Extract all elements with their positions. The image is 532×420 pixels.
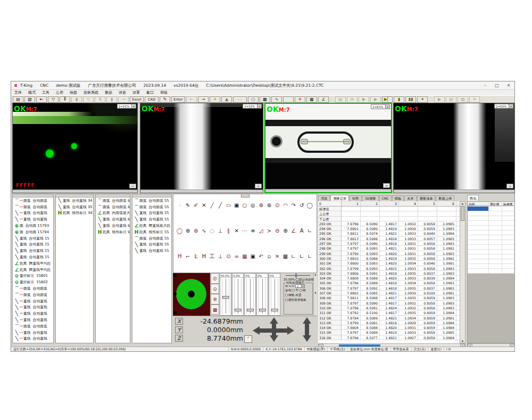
toolbar-light-icon[interactable]: ☀ [210,96,220,103]
tool-icon[interactable]: 工 [208,253,216,260]
zoom-slider[interactable] [286,275,310,276]
table-row[interactable]: 301 OK7.88008.50831.48201.09340.80401.09… [318,261,460,266]
camera-view-1[interactable]: FFFFF OKM:71=21%▾⇔ [12,103,138,193]
list-item[interactable] [468,250,514,254]
menu-item[interactable]: 帮助 [157,90,171,95]
feature-item[interactable]: ⌒***圆弧自动圆弧 [13,197,53,204]
jog-left-icon[interactable] [253,326,260,335]
results-vscrollbar[interactable]: ▲▼ [460,201,466,343]
toolbar-curve-icon[interactable]: ∿ [271,96,282,103]
list-item[interactable] [468,254,514,259]
feature-item[interactable]: ╲直线自动直线 15 [13,242,53,248]
tool-icon[interactable]: ⊙ [225,253,232,260]
close-button[interactable]: × [503,81,514,89]
jog-z-arrows[interactable] [303,317,311,342]
jog-z-down-icon[interactable] [303,335,311,342]
tool-icon[interactable]: · [176,202,184,209]
feature-item[interactable]: H距离线性标注 66 [96,229,130,235]
tool-icon[interactable]: ⊥ [216,227,224,235]
tool-icon[interactable]: ◯ [306,202,314,209]
tool-icon[interactable]: ∥ [225,227,232,235]
table-row[interactable]: 303 OK7.88068.50911.48181.09350.80371.09… [318,271,460,276]
splitter-button[interactable] [241,194,250,197]
table-row[interactable]: 313 OK7.87998.50811.48181.09280.80591.09… [318,320,460,325]
toolbar-matrix-code-icon[interactable]: ▦ [306,96,317,103]
table-row[interactable]: 305 OK7.87968.50891.48181.09340.80581.09… [318,281,460,285]
feature-item[interactable]: ⊖直径标注15801 [13,273,53,279]
table-row[interactable]: 307 OK7.88028.50851.48211.09300.81001.09… [318,291,460,295]
camera-scrollbar[interactable] [265,189,391,192]
tolerance-row[interactable]: 标准值 [318,207,460,211]
slider-thumb[interactable] [271,309,278,311]
tool-icon[interactable]: ▦ [240,253,248,260]
light-mode-icon[interactable]: ⊙ [211,284,219,294]
feature-item[interactable]: ∠距离两直线平均距 [13,267,53,273]
menu-item[interactable]: 坐标系统 [80,90,102,95]
tab-测量清单[interactable]: 测量清单 [417,195,436,201]
camera-scrollbar[interactable] [140,190,263,193]
feature-item[interactable]: ╲***直线自动直线 [13,330,53,336]
tool-icon[interactable]: ◠ [281,202,289,209]
maximize-button[interactable]: □ [491,81,503,89]
tool-icon[interactable]: ⋯ [240,227,248,235]
light-slider[interactable]: 0.0% [232,273,244,316]
list-item[interactable] [468,235,514,240]
table-row[interactable]: 311 OK7.87928.51001.48171.09350.80581.09… [318,310,460,315]
camera-zoom-select[interactable]: 1=50%▾ [494,104,513,109]
list-item[interactable] [468,269,514,274]
list-item[interactable] [468,211,514,216]
tool-icon[interactable]: ⌐ [184,253,192,260]
tab-模板[interactable]: 模板 [392,195,404,201]
feature-item[interactable]: ╲直线自动直线 15 [13,235,53,242]
light-slider[interactable]: 0% [269,273,280,316]
list-item[interactable] [468,226,514,230]
tool-icon[interactable]: ▦ [281,253,289,260]
tool-icon[interactable]: ▣ [249,253,257,260]
feature-item[interactable]: ∠距离内圆弧最大距 [96,210,130,217]
tool-icon[interactable]: ↶ [257,253,265,260]
toolbar-chart-icon[interactable]: ∠ [318,96,329,103]
toolbar-blank-icon[interactable] [283,96,294,103]
tool-icon[interactable]: ∞ [232,253,240,260]
tool-icon[interactable]: ▫ [265,253,273,260]
list-item[interactable] [468,221,514,226]
menu-item[interactable]: 窗口 [143,90,157,95]
list-item[interactable] [468,264,514,269]
menu-item[interactable]: 文件 [11,90,25,95]
feature-item[interactable]: ╲***直线自动直线 [13,298,53,304]
focus-level-radio[interactable] [285,289,288,292]
feature-item[interactable]: ⌒***圆弧自动圆弧 [13,323,53,330]
toolbar-pause-icon[interactable]: ▮▮ [405,96,416,103]
light-mode-icon[interactable]: ◎ [211,273,219,284]
light-slider[interactable]: 0% [244,273,256,316]
tool-icon[interactable]: ⊕ [257,202,265,209]
tolerance-row[interactable]: 上公差 [318,211,460,216]
toolbar-stage-move-icon[interactable]: ⇤ [36,96,47,103]
tool-icon[interactable]: ⊛ [265,202,273,209]
light-slider[interactable]: 40.0% [220,273,231,316]
tool-icon[interactable]: ╱ [208,202,216,209]
camera-zoom-select[interactable]: 1=32%▾ [243,104,262,109]
tool-icon[interactable]: ⊖ [273,227,281,235]
tab-elements[interactable]: 图元 [467,195,479,201]
tool-icon[interactable]: ∟ [289,253,297,260]
light-slider[interactable]: 0% [256,273,268,316]
camera-zoom-select[interactable]: 1=63%▾ [371,104,390,109]
toolbar-edge-tool-icon[interactable]: Ⅱ [60,96,70,103]
vscroll-thumb[interactable] [461,206,464,221]
tool-icon[interactable]: ✕ [273,253,281,260]
tool-icon[interactable]: ⊛ [192,227,200,235]
tool-icon[interactable]: ◿ [257,227,265,235]
feature-item[interactable]: H距离线性标注 55 [132,229,171,235]
feature-item[interactable]: ⌒***圆弧自动圆弧 [13,285,53,292]
minimize-button[interactable]: – [479,81,491,89]
menu-item[interactable]: 数据 [102,90,115,95]
tool-icon[interactable]: ⊕ [184,227,192,235]
tool-icon[interactable]: ↺ [297,202,305,209]
table-row[interactable]: 299 OK7.87908.50931.48201.09310.80581.09… [318,251,460,256]
table-row[interactable]: 315 OK7.87978.50891.48191.09330.80581.09… [318,330,460,335]
feature-item[interactable]: ⌒圆弧自动圆弧 55 [132,204,171,210]
camera-zoom-select[interactable]: 1=21%▾ [117,104,136,109]
slider-thumb[interactable] [259,309,266,311]
menu-item[interactable]: 绘图 [66,90,80,95]
